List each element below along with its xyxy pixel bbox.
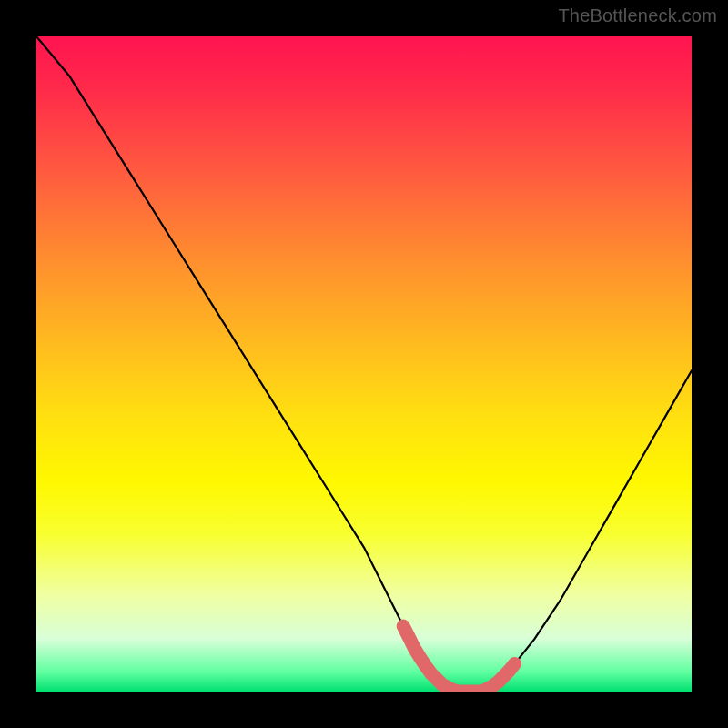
bottleneck-curve-path <box>36 36 692 692</box>
watermark-text: TheBottleneck.com <box>558 5 717 26</box>
optimal-range-highlight <box>403 626 514 692</box>
curve-svg <box>36 36 692 692</box>
chart-container: TheBottleneck.com <box>0 0 728 728</box>
plot-area <box>36 36 692 692</box>
